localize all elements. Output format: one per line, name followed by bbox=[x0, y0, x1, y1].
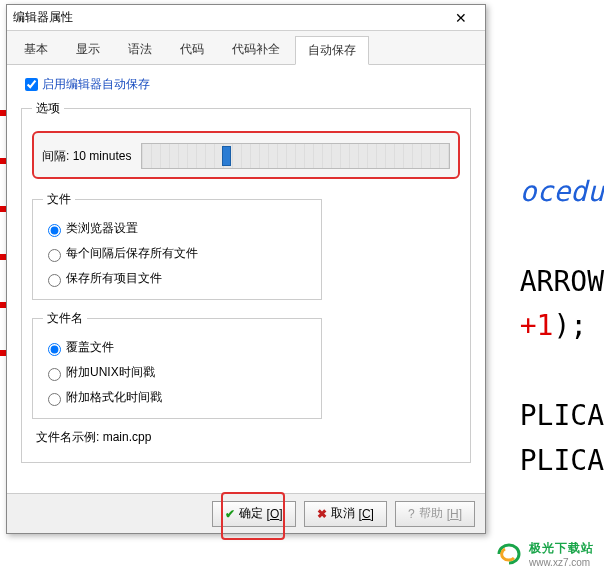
code-text: PLICA bbox=[520, 444, 604, 477]
close-button[interactable]: ✕ bbox=[443, 7, 479, 29]
tab-code[interactable]: 代码 bbox=[167, 35, 217, 64]
interval-slider[interactable] bbox=[141, 143, 450, 169]
dialog-titlebar[interactable]: 编辑器属性 ✕ bbox=[7, 5, 485, 31]
tab-basic[interactable]: 基本 bbox=[11, 35, 61, 64]
options-legend: 选项 bbox=[32, 100, 64, 117]
radio-input[interactable] bbox=[48, 393, 61, 406]
file-option-saveall-interval[interactable]: 每个间隔后保存所有文件 bbox=[43, 241, 311, 266]
tab-syntax[interactable]: 语法 bbox=[115, 35, 165, 64]
watermark: 极光下载站 www.xz7.com bbox=[497, 540, 594, 568]
filename-option-overwrite[interactable]: 覆盖文件 bbox=[43, 335, 311, 360]
radio-input[interactable] bbox=[48, 274, 61, 287]
enable-autosave-input[interactable] bbox=[25, 78, 38, 91]
background-code-editor: ocedu ARROW +1); PLICA PLICA bbox=[520, 0, 604, 484]
watermark-cn: 极光下载站 bbox=[529, 540, 594, 557]
code-text: PLICA bbox=[520, 399, 604, 432]
tab-display[interactable]: 显示 bbox=[63, 35, 113, 64]
help-button[interactable]: ? 帮助[H] bbox=[395, 501, 475, 527]
filename-fieldset: 文件名 覆盖文件 附加UNIX时间戳 附加格式化时间戳 bbox=[32, 310, 322, 419]
ok-hotkey: [O] bbox=[267, 507, 283, 521]
filename-example: 文件名示例: main.cpp bbox=[36, 429, 456, 446]
filename-option-unix-ts[interactable]: 附加UNIX时间戳 bbox=[43, 360, 311, 385]
help-icon: ? bbox=[408, 507, 415, 521]
dialog-title: 编辑器属性 bbox=[13, 9, 73, 26]
radio-input[interactable] bbox=[48, 368, 61, 381]
radio-label: 附加格式化时间戳 bbox=[66, 389, 162, 406]
check-icon: ✔ bbox=[225, 507, 235, 521]
editor-properties-dialog: 编辑器属性 ✕ 基本 显示 语法 代码 代码补全 自动保存 启用编辑器自动保存 … bbox=[6, 4, 486, 534]
radio-label: 类浏览器设置 bbox=[66, 220, 138, 237]
radio-input[interactable] bbox=[48, 343, 61, 356]
help-hotkey: [H] bbox=[447, 507, 462, 521]
enable-autosave-label: 启用编辑器自动保存 bbox=[42, 76, 150, 93]
watermark-text: 极光下载站 www.xz7.com bbox=[529, 540, 594, 568]
radio-label: 每个间隔后保存所有文件 bbox=[66, 245, 198, 262]
ok-label: 确定 bbox=[239, 505, 263, 522]
file-legend: 文件 bbox=[43, 191, 75, 208]
slider-thumb[interactable] bbox=[222, 146, 231, 166]
help-label: 帮助 bbox=[419, 505, 443, 522]
code-text: +1 bbox=[520, 309, 554, 342]
code-text: ARROW bbox=[520, 265, 604, 298]
code-text: ocedu bbox=[520, 175, 604, 208]
file-option-browser[interactable]: 类浏览器设置 bbox=[43, 216, 311, 241]
watermark-logo-icon bbox=[497, 543, 523, 565]
filename-legend: 文件名 bbox=[43, 310, 87, 327]
radio-input[interactable] bbox=[48, 249, 61, 262]
radio-label: 附加UNIX时间戳 bbox=[66, 364, 155, 381]
x-icon: ✖ bbox=[317, 507, 327, 521]
cancel-button[interactable]: ✖ 取消[C] bbox=[304, 501, 387, 527]
cancel-label: 取消 bbox=[331, 505, 355, 522]
ok-button[interactable]: ✔ 确定[O] bbox=[212, 501, 296, 527]
file-fieldset: 文件 类浏览器设置 每个间隔后保存所有文件 保存所有项目文件 bbox=[32, 191, 322, 300]
cancel-hotkey: [C] bbox=[359, 507, 374, 521]
interval-highlight-box: 间隔: 10 minutes bbox=[32, 131, 460, 179]
tab-content-autosave: 启用编辑器自动保存 选项 间隔: 10 minutes 文件 类浏览器设置 bbox=[7, 65, 485, 493]
file-option-saveall-project[interactable]: 保存所有项目文件 bbox=[43, 266, 311, 291]
enable-autosave-checkbox[interactable]: 启用编辑器自动保存 bbox=[21, 75, 471, 94]
radio-label: 保存所有项目文件 bbox=[66, 270, 162, 287]
close-icon: ✕ bbox=[455, 10, 467, 26]
interval-label: 间隔: 10 minutes bbox=[42, 148, 131, 165]
tab-completion[interactable]: 代码补全 bbox=[219, 35, 293, 64]
filename-option-formatted-ts[interactable]: 附加格式化时间戳 bbox=[43, 385, 311, 410]
code-text: ); bbox=[553, 309, 587, 342]
options-fieldset: 选项 间隔: 10 minutes 文件 类浏览器设置 每个间隔后 bbox=[21, 100, 471, 463]
tab-autosave[interactable]: 自动保存 bbox=[295, 36, 369, 65]
radio-input[interactable] bbox=[48, 224, 61, 237]
tab-bar: 基本 显示 语法 代码 代码补全 自动保存 bbox=[7, 31, 485, 65]
dialog-button-row: ✔ 确定[O] ✖ 取消[C] ? 帮助[H] bbox=[7, 493, 485, 533]
radio-label: 覆盖文件 bbox=[66, 339, 114, 356]
watermark-en: www.xz7.com bbox=[529, 557, 594, 568]
